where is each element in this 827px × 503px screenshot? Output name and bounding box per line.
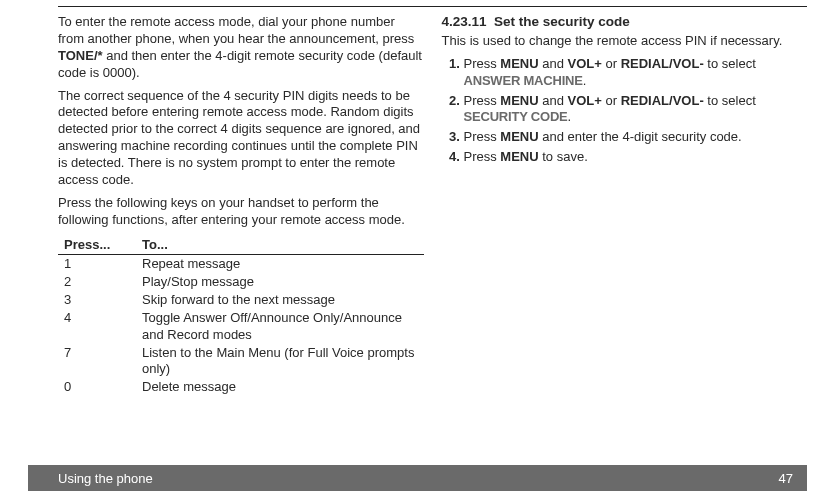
press-action: Listen to the Main Menu (for Full Voice … (136, 344, 424, 379)
press-key: 4 (58, 309, 136, 344)
ui-answer-machine: ANSWER MACHINE (464, 73, 583, 88)
key-menu: MENU (500, 149, 538, 164)
key-menu: MENU (500, 129, 538, 144)
right-column: 4.23.11 Set the security code This is us… (442, 14, 808, 397)
press-key: 7 (58, 344, 136, 379)
table-row: 2Play/Stop message (58, 273, 424, 291)
footer-section-title: Using the phone (28, 471, 779, 486)
press-action: Play/Stop message (136, 273, 424, 291)
text: to select (704, 93, 756, 108)
footer-page-number: 47 (779, 471, 807, 486)
ui-security-code: SECURITY CODE (464, 109, 568, 124)
press-key: 3 (58, 291, 136, 309)
table-row: 0Delete message (58, 378, 424, 396)
text: and (539, 56, 568, 71)
left-column: To enter the remote access mode, dial yo… (58, 14, 424, 397)
text: . (583, 73, 587, 88)
text: or (602, 56, 621, 71)
table-row: 1Repeat message (58, 254, 424, 273)
table-row: 7Listen to the Main Menu (for Full Voice… (58, 344, 424, 379)
remote-keys-table: Press... To... 1Repeat message 2Play/Sto… (58, 235, 424, 397)
page-footer: Using the phone 47 (28, 465, 807, 491)
pin-sequence-note: The correct sequence of the 4 security P… (58, 88, 424, 189)
text: Press (464, 93, 501, 108)
press-action: Skip forward to the next message (136, 291, 424, 309)
text: or (602, 93, 621, 108)
key-menu: MENU (500, 56, 538, 71)
col-to: To... (136, 235, 424, 255)
top-rule (58, 6, 807, 7)
table-row: 4Toggle Answer Off/Announce Only/Announc… (58, 309, 424, 344)
remote-access-intro: To enter the remote access mode, dial yo… (58, 14, 424, 82)
press-action: Repeat message (136, 254, 424, 273)
key-vol-up: VOL+ (568, 93, 602, 108)
text: to save. (539, 149, 588, 164)
manual-page: To enter the remote access mode, dial yo… (0, 0, 827, 503)
press-action: Toggle Answer Off/Announce Only/Announce… (136, 309, 424, 344)
text: and (539, 93, 568, 108)
col-press: Press... (58, 235, 136, 255)
press-key: 0 (58, 378, 136, 396)
step-4: Press MENU to save. (464, 149, 808, 166)
text: To enter the remote access mode, dial yo… (58, 14, 414, 46)
press-key: 1 (58, 254, 136, 273)
table-header-row: Press... To... (58, 235, 424, 255)
steps-list: Press MENU and VOL+ or REDIAL/VOL- to se… (442, 56, 808, 166)
text: Press (464, 149, 501, 164)
key-tone-star: TONE/* (58, 48, 103, 63)
keys-intro: Press the following keys on your handset… (58, 195, 424, 229)
key-menu: MENU (500, 93, 538, 108)
step-1: Press MENU and VOL+ or REDIAL/VOL- to se… (464, 56, 808, 90)
press-action: Delete message (136, 378, 424, 396)
press-key: 2 (58, 273, 136, 291)
content-columns: To enter the remote access mode, dial yo… (58, 14, 807, 397)
step-3: Press MENU and enter the 4-digit securit… (464, 129, 808, 146)
key-redial-vol-down: REDIAL/VOL- (621, 93, 704, 108)
heading-title: Set the security code (494, 14, 630, 29)
key-vol-up: VOL+ (568, 56, 602, 71)
text: to select (704, 56, 756, 71)
text: Press (464, 129, 501, 144)
text: . (568, 109, 572, 124)
table-row: 3Skip forward to the next message (58, 291, 424, 309)
text: and enter the 4-digit security code. (539, 129, 742, 144)
section-intro: This is used to change the remote access… (442, 33, 808, 50)
section-heading: 4.23.11 Set the security code (442, 14, 808, 31)
text: Press (464, 56, 501, 71)
key-redial-vol-down: REDIAL/VOL- (621, 56, 704, 71)
heading-number: 4.23.11 (442, 14, 487, 29)
text: and then enter the 4-digit remote securi… (58, 48, 422, 80)
step-2: Press MENU and VOL+ or REDIAL/VOL- to se… (464, 93, 808, 127)
